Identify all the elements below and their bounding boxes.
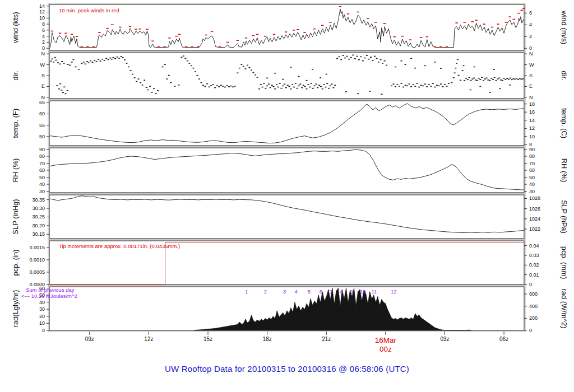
rad-hour-marker-2: 2 bbox=[264, 288, 267, 295]
panel-border bbox=[49, 101, 524, 146]
y-tick-label-left: 0.0010 bbox=[29, 257, 45, 263]
y-tick-label-left: 0.0015 bbox=[29, 245, 45, 250]
y-tick-label-left: 60 bbox=[39, 167, 45, 173]
y-tick-label-left: E bbox=[41, 83, 45, 89]
x-tick-label: 03z bbox=[440, 336, 449, 342]
y-tick-label-left: 14 bbox=[39, 3, 45, 9]
x-tick-label: 18z bbox=[263, 336, 272, 342]
y-tick-label-left: 65 bbox=[39, 100, 45, 105]
y-axis-label-right-temp: temp. (C) bbox=[560, 108, 568, 138]
rad-hour-marker-9: 9 bbox=[350, 288, 353, 295]
chart-figure: 024681012140246wind (kts)wind (m/s)10 mi… bbox=[0, 0, 574, 392]
y-tick-label-right: 0.01 bbox=[529, 272, 539, 278]
y-axis-label-left-pcp: pcp. (in) bbox=[11, 250, 20, 276]
y-axis-label-left-temp: temp. (F) bbox=[11, 109, 20, 138]
panel-border bbox=[49, 53, 524, 99]
y-tick-label-left: 10 bbox=[39, 15, 45, 21]
y-tick-label-left: 4 bbox=[42, 34, 45, 39]
rad-hour-marker-3: 3 bbox=[283, 288, 286, 295]
chart-title: UW Rooftop Data for 20100315 to 20100316… bbox=[0, 364, 574, 374]
y-tick-label-right: 1028 bbox=[529, 195, 540, 201]
panel-rad: 01020304050600200400600rad(Lgly/hr)rad (… bbox=[11, 286, 568, 333]
x-tick-label: 09z bbox=[85, 336, 94, 342]
y-tick-label-right: 50 bbox=[529, 175, 535, 180]
rad-hour-marker-12: 12 bbox=[391, 288, 397, 295]
y-tick-label-right: 1026 bbox=[529, 206, 540, 212]
y-tick-label-right: 0 bbox=[529, 328, 532, 333]
rad-hour-marker-1: 1 bbox=[245, 288, 248, 295]
x-tick-label: 06z bbox=[499, 336, 508, 342]
y-tick-label-right: 40 bbox=[529, 181, 535, 187]
y-tick-label-left: 90 bbox=[39, 147, 45, 152]
wind-note-1: 10 min. peak winds in red bbox=[59, 7, 119, 13]
y-tick-label-left: 30.25 bbox=[32, 214, 45, 220]
y-tick-label-right: 0.04 bbox=[529, 243, 539, 249]
y-tick-label-right: 4 bbox=[529, 22, 532, 27]
y-tick-label-left: 0 bbox=[42, 328, 45, 333]
x-tick-date-label: 16Mar bbox=[375, 336, 397, 344]
panel-slp: 30.1530.2030.2530.3030.35102210241026102… bbox=[11, 194, 568, 240]
y-tick-label-left: 60 bbox=[39, 111, 45, 116]
y-tick-label-right: 0 bbox=[529, 45, 532, 51]
y-tick-label-right: 2 bbox=[529, 34, 532, 39]
y-tick-label-left: N bbox=[41, 51, 45, 57]
y-axis-label-right-pcp: pcp. (mm) bbox=[560, 246, 568, 279]
y-tick-label-right: 0.02 bbox=[529, 262, 539, 268]
pcp-note-1: Tip increments are approx. 0.00171in. (0… bbox=[59, 243, 180, 249]
y-tick-label-right: 70 bbox=[529, 161, 535, 166]
y-tick-label-left: 0 bbox=[42, 45, 45, 51]
y-axis-label-right-dir: dir. bbox=[560, 71, 568, 80]
y-tick-label-right: 0 bbox=[529, 282, 532, 287]
y-tick-label-left: 30 bbox=[39, 306, 45, 312]
y-tick-label-left: 55 bbox=[39, 123, 45, 128]
y-tick-label-right: 90 bbox=[529, 147, 535, 152]
rad-note-2: <--- 10.29 MJoules/m^2 bbox=[21, 293, 77, 299]
panel-border bbox=[49, 148, 524, 193]
rad-hour-marker-8: 8 bbox=[340, 288, 343, 295]
x-tick-label: 15z bbox=[203, 336, 212, 342]
y-tick-label-left: 50 bbox=[39, 175, 45, 180]
y-tick-label-right: 200 bbox=[529, 315, 538, 321]
y-tick-label-right: S bbox=[529, 73, 533, 78]
y-tick-label-right: 400 bbox=[529, 304, 538, 309]
y-tick-label-right: W bbox=[529, 62, 534, 68]
y-axis-label-right-wind: wind (m/s) bbox=[560, 10, 568, 44]
y-tick-label-right: 1022 bbox=[529, 226, 540, 232]
rad-note-1: Sum of previous day bbox=[26, 287, 75, 293]
y-tick-label-right: N bbox=[529, 95, 533, 100]
y-tick-label-left: 30 bbox=[39, 189, 45, 194]
panel-wind: 024681012140246wind (kts)wind (m/s)10 mi… bbox=[11, 3, 568, 52]
panel-temp: 5055606581012141618temp. (F)temp. (C) bbox=[11, 100, 568, 147]
y-tick-label-left: 30.15 bbox=[32, 231, 45, 237]
weather-multipanel-plot: 024681012140246wind (kts)wind (m/s)10 mi… bbox=[0, 0, 574, 392]
y-axis-label-left-wind: wind (kts) bbox=[11, 12, 20, 44]
y-tick-label-left: W bbox=[40, 62, 45, 68]
y-tick-label-right: 16 bbox=[529, 109, 535, 115]
y-tick-label-left: 20 bbox=[39, 314, 45, 319]
y-tick-label-right: E bbox=[529, 83, 533, 89]
x-tick-date-label-2: 00z bbox=[379, 345, 392, 353]
y-tick-label-right: 14 bbox=[529, 118, 535, 123]
y-tick-label-right: 12 bbox=[529, 125, 535, 131]
y-axis-label-left-rad: rad(Lgly/hr) bbox=[11, 290, 20, 327]
y-tick-label-right: 80 bbox=[529, 153, 535, 159]
y-tick-label-right: 600 bbox=[529, 291, 538, 297]
panel-pcp: 0.00000.00050.00100.001500.010.020.030.0… bbox=[11, 240, 568, 287]
y-tick-label-left: 2 bbox=[42, 39, 45, 45]
y-tick-label-right: 6 bbox=[529, 10, 532, 16]
y-tick-label-left: 0.0005 bbox=[29, 269, 45, 275]
y-tick-label-right: 1024 bbox=[529, 216, 540, 222]
rad-hour-marker-4: 4 bbox=[295, 288, 298, 295]
y-tick-label-left: S bbox=[41, 73, 45, 78]
y-tick-label-left: 70 bbox=[39, 161, 45, 166]
rad-hour-marker-5: 5 bbox=[308, 288, 311, 295]
y-tick-label-left: 30.20 bbox=[32, 223, 45, 228]
y-tick-label-left: 80 bbox=[39, 153, 45, 159]
panel-rh: 3040506070809030405060708090RH (%)RH (%) bbox=[11, 147, 568, 194]
y-tick-label-left: 10 bbox=[39, 320, 45, 326]
y-axis-label-left-slp: SLP (inHg) bbox=[11, 199, 20, 234]
y-tick-label-right: N bbox=[529, 51, 533, 57]
rad-hour-marker-11: 11 bbox=[372, 288, 377, 295]
y-tick-label-left: 40 bbox=[39, 300, 45, 305]
y-tick-label-left: 6 bbox=[42, 27, 45, 33]
